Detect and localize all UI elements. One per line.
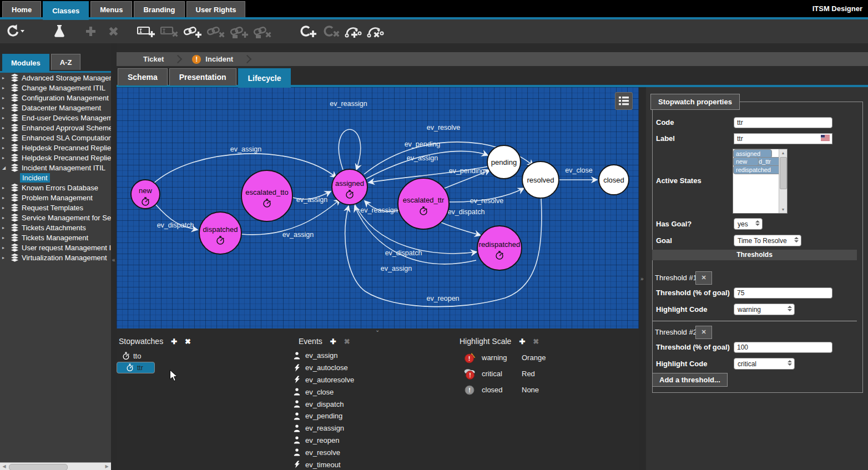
us-flag-icon[interactable]	[821, 135, 830, 141]
highlight-code-select[interactable]: warning	[734, 304, 795, 315]
state-node-escalated_tto[interactable]: escalated_tto	[241, 170, 292, 221]
caret-collapsed-icon[interactable]: ▸	[2, 215, 7, 220]
state-node-redispatched[interactable]: redispatched	[477, 226, 522, 270]
scroll-down-icon[interactable]: ▼	[779, 206, 787, 213]
sidebar-item-helpdesk-precanned-replies[interactable]: ▸Helpdesk Precanned Replies	[0, 153, 111, 163]
add-state-icon[interactable]	[298, 21, 320, 42]
state-node-new[interactable]: new	[131, 180, 160, 209]
collapse-down-icon[interactable]: ⌄	[375, 327, 380, 333]
scroll-right-arrow[interactable]: ▶	[103, 463, 110, 470]
sidebar-item-tickets-management[interactable]: ▸Tickets Management	[0, 233, 111, 242]
add-icon[interactable]: ✚	[519, 337, 525, 346]
stopwatch-item-tto[interactable]: tto	[117, 350, 290, 362]
state-node-escalated_ttr[interactable]: escalated_ttr	[398, 178, 449, 229]
caret-collapsed-icon[interactable]: ▸	[2, 155, 7, 160]
highlight-item-warning[interactable]: !warningOrange	[460, 350, 639, 366]
sidebar-item-incident-management-itil[interactable]: ◢Incident Management ITIL	[0, 163, 111, 173]
sidebar-item-enhanced-sla-computation[interactable]: ▸Enhanced SLA Computation	[0, 133, 111, 143]
caret-collapsed-icon[interactable]: ▸	[2, 105, 7, 110]
caret-collapsed-icon[interactable]: ▸	[2, 205, 7, 210]
add-field-icon[interactable]	[136, 21, 158, 42]
sidebar-item-helpdesk-precanned-replies[interactable]: ▸Helpdesk Precanned Replies	[0, 143, 111, 153]
nav-tab-user-rights[interactable]: User Rights	[186, 1, 246, 18]
caret-collapsed-icon[interactable]: ▸	[2, 125, 7, 130]
sidebar-item-service-management-for-service-providers[interactable]: ▸Service Management for Service Provider…	[0, 213, 111, 223]
caret-collapsed-icon[interactable]: ▸	[2, 95, 7, 100]
caret-collapsed-icon[interactable]: ▸	[2, 75, 7, 80]
diagram-legend-button[interactable]	[615, 92, 633, 110]
event-item-ev_dispatch[interactable]: ev_dispatch	[289, 398, 455, 410]
flask-icon[interactable]	[50, 21, 72, 42]
diagram-bottom-splitter[interactable]: ⌄	[117, 329, 639, 333]
active-state-option-redispatched[interactable]: redispatched	[733, 165, 779, 174]
add-icon[interactable]: ✚	[171, 337, 177, 346]
remove-threshold-button[interactable]: ✕	[695, 271, 712, 285]
nav-tab-classes[interactable]: Classes	[43, 1, 89, 20]
delete-icon[interactable]: ✖	[185, 337, 191, 346]
scroll-left-arrow[interactable]: ◀	[1, 463, 8, 470]
tab-presentation[interactable]: Presentation	[169, 68, 236, 85]
event-item-ev_timeout[interactable]: ev_timeout	[289, 458, 455, 470]
sidebar-item-end-user-devices-management[interactable]: ▸End-user Devices Management	[0, 113, 111, 123]
remove-threshold-button[interactable]: ✕	[695, 326, 712, 339]
sidebar-item-configuration-management[interactable]: ▸Configuration Management	[0, 93, 111, 103]
state-node-assigned[interactable]: assigned	[332, 169, 367, 205]
highlight-code-select[interactable]: critical	[734, 358, 795, 370]
sidebar-item-incident[interactable]: Incident	[0, 173, 111, 183]
event-item-ev_pending[interactable]: ev_pending	[289, 410, 455, 422]
state-node-pending[interactable]: pending	[487, 145, 521, 179]
event-item-ev_reopen[interactable]: ev_reopen	[289, 434, 455, 447]
highlight-item-critical[interactable]: !criticalRed	[460, 366, 639, 382]
caret-collapsed-icon[interactable]: ▸	[2, 85, 7, 90]
breadcrumb-item-incident[interactable]: Incident	[205, 55, 233, 63]
active-states-listbox[interactable]: assignedcloseddispatchedescalated_ttoesc…	[733, 149, 788, 214]
sidebar-item-enhanced-approval-scheme[interactable]: ▸Enhanced Approval Scheme	[0, 123, 111, 133]
add-icon[interactable]: ✚	[330, 337, 336, 346]
caret-collapsed-icon[interactable]: ▸	[2, 135, 7, 140]
state-node-resolved[interactable]: resolved	[522, 161, 559, 198]
sidebar-item-known-errors-database[interactable]: ▸Known Errors Database	[0, 183, 111, 193]
code-input[interactable]	[734, 117, 832, 128]
caret-collapsed-icon[interactable]: ▸	[2, 115, 7, 120]
sidebar-item-request-templates[interactable]: ▸Request Templates	[0, 203, 111, 213]
right-splitter[interactable]: »	[639, 87, 646, 470]
expand-right-icon[interactable]: »	[640, 276, 644, 282]
event-item-ev_autoresolve[interactable]: ev_autoresolve	[289, 374, 455, 386]
breadcrumb-item-ticket[interactable]: Ticket	[143, 55, 164, 63]
scroll-up-icon[interactable]: ▲	[779, 149, 787, 156]
threshold-percent-input[interactable]	[734, 287, 832, 299]
sidebar-item-advanced-storage-management[interactable]: ▸Advanced Storage Management	[0, 73, 111, 83]
tab-lifecycle[interactable]: Lifecycle	[238, 68, 291, 88]
caret-collapsed-icon[interactable]: ▸	[2, 225, 7, 230]
transition-ev_assign-new[interactable]	[153, 154, 336, 184]
left-splitter[interactable]: «	[111, 43, 117, 470]
caret-collapsed-icon[interactable]: ▸	[2, 195, 7, 200]
event-item-ev_resolve[interactable]: ev_resolve	[289, 446, 455, 458]
listbox-scroll-thumb[interactable]	[780, 157, 787, 189]
scrollbar-thumb[interactable]	[9, 464, 68, 470]
event-item-ev_reassign[interactable]: ev_reassign	[289, 422, 455, 434]
undo-icon[interactable]	[4, 21, 27, 42]
add-transition-icon[interactable]	[344, 21, 366, 42]
sidebar-tab-a-z[interactable]: A-Z	[51, 54, 81, 70]
threshold-percent-input[interactable]	[734, 342, 832, 353]
add-threshold-button[interactable]: Add a threshold...	[652, 373, 728, 387]
delete-transition-icon[interactable]	[366, 21, 388, 42]
sidebar-item-user-request-management-itil[interactable]: ▸User request Management ITIL	[0, 242, 111, 252]
event-item-ev_close[interactable]: ev_close	[289, 386, 455, 398]
caret-collapsed-icon[interactable]: ▸	[2, 235, 7, 240]
collapse-left-icon[interactable]: «	[112, 257, 115, 263]
event-item-ev_autoclose[interactable]: ev_autoclose	[289, 362, 455, 374]
sidebar-item-tickets-attachments[interactable]: ▸Tickets Attachments	[0, 223, 111, 233]
caret-collapsed-icon[interactable]: ▸	[2, 255, 7, 260]
stopwatch-item-ttr[interactable]: ttr	[117, 362, 155, 373]
caret-collapsed-icon[interactable]: ▸	[2, 145, 7, 150]
listbox-scrollbar[interactable]: ▲ ▼	[779, 149, 787, 213]
sidebar-item-change-management-itil[interactable]: ▸Change Management ITIL	[0, 83, 111, 93]
add-link-icon[interactable]	[183, 21, 205, 42]
state-node-closed[interactable]: closed	[599, 165, 629, 195]
sidebar-item-problem-management[interactable]: ▸Problem Management	[0, 193, 111, 203]
sidebar-item-datacenter-management[interactable]: ▸Datacenter Management	[0, 103, 111, 113]
caret-expanded-icon[interactable]: ◢	[2, 165, 7, 170]
caret-collapsed-icon[interactable]: ▸	[2, 185, 7, 190]
